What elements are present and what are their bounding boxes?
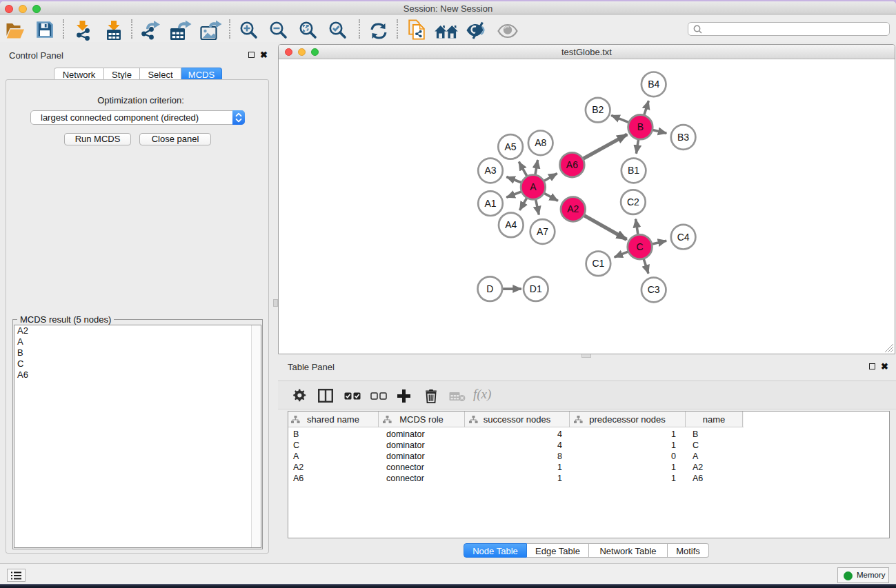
svg-text:B2: B2 — [592, 104, 604, 115]
svg-text:A: A — [530, 181, 537, 192]
svg-text:A1: A1 — [484, 198, 496, 209]
svg-text:B3: B3 — [677, 132, 689, 143]
svg-text:A3: A3 — [484, 165, 496, 176]
svg-text:C4: C4 — [677, 232, 690, 243]
svg-text:B1: B1 — [628, 165, 639, 176]
svg-text:A5: A5 — [505, 141, 517, 152]
svg-text:D1: D1 — [530, 283, 542, 294]
svg-text:B: B — [637, 121, 644, 132]
svg-text:B4: B4 — [648, 79, 659, 90]
svg-text:C2: C2 — [627, 196, 639, 207]
svg-text:A4: A4 — [505, 219, 517, 230]
svg-text:A6: A6 — [566, 159, 578, 170]
svg-text:C3: C3 — [648, 284, 660, 295]
svg-text:A7: A7 — [537, 226, 548, 237]
svg-text:C: C — [637, 241, 644, 252]
svg-text:A8: A8 — [535, 137, 546, 148]
svg-text:A2: A2 — [567, 203, 579, 214]
svg-text:C1: C1 — [592, 258, 604, 269]
svg-text:D: D — [486, 283, 493, 294]
